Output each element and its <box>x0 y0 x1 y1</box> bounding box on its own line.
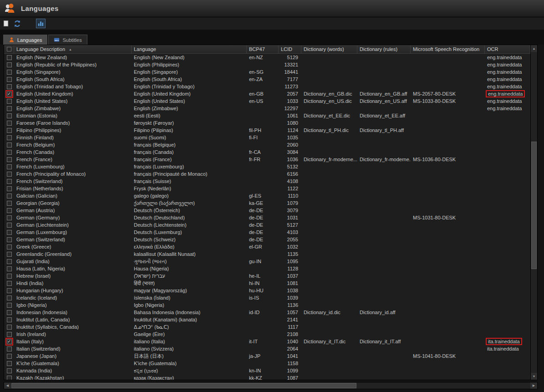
table-row[interactable]: French (Principality of Monaco)français … <box>4 170 530 178</box>
table-row[interactable]: Kannada (India)ಕನ್ನಡ (ಭಾರತ)kn-IN1099 <box>4 367 530 374</box>
row-checkbox[interactable] <box>7 274 12 279</box>
row-checkbox[interactable] <box>7 164 12 169</box>
new-button[interactable] <box>1 19 11 28</box>
table-row[interactable]: Georgian (Georgia)ქართული (საქართველო)ka… <box>4 199 530 207</box>
table-row[interactable]: English (New Zealand)English (New Zealan… <box>4 54 530 61</box>
table-row[interactable]: Finnish (Finland)suomi (Suomi)fi-FI1035 <box>4 134 530 141</box>
table-row[interactable]: French (France)français (France)fr-FR103… <box>4 156 530 163</box>
row-checkbox[interactable] <box>7 150 12 155</box>
table-row[interactable]: English (Singapore)English (Singapore)en… <box>4 68 530 76</box>
table-row[interactable]: Hungarian (Hungary)magyar (Magyarország)… <box>4 287 530 294</box>
tab-subtitles[interactable]: Subtitles <box>48 35 87 45</box>
table-row[interactable]: Hebrew (Israel)עברית (ישראל)he-IL1037 <box>4 272 530 280</box>
row-checkbox[interactable] <box>7 157 12 162</box>
row-checkbox[interactable] <box>7 215 12 220</box>
scroll-down-button[interactable]: ▼ <box>531 373 537 380</box>
column-header-language-description[interactable]: Language Description ▲ <box>14 45 132 53</box>
table-row[interactable]: German (Switzerland)Deutsch (Schweiz)de-… <box>4 236 530 243</box>
row-checkbox[interactable] <box>7 332 12 337</box>
row-checkbox[interactable] <box>7 55 12 60</box>
refresh-button[interactable] <box>12 19 22 28</box>
row-checkbox[interactable] <box>7 113 12 118</box>
table-row[interactable]: German (Germany)Deutsch (Deutschland)de-… <box>4 214 530 221</box>
vertical-scroll-thumb[interactable] <box>531 142 537 269</box>
table-row[interactable]: English (Trinidad and Tobago)English (Tr… <box>4 83 530 90</box>
column-header-lcid[interactable]: LCID <box>279 45 301 53</box>
column-header-language[interactable]: Language <box>132 45 247 53</box>
row-checkbox[interactable] <box>7 208 12 213</box>
row-checkbox-checked[interactable]: ✓ <box>7 339 12 344</box>
table-row[interactable]: Estonian (Estonia)eesti (Eesti)1061Dicti… <box>4 112 530 119</box>
table-row[interactable]: Greenlandic (Greenland)kalaallisut (Kala… <box>4 250 530 258</box>
row-checkbox[interactable] <box>7 259 12 264</box>
row-checkbox[interactable] <box>7 193 12 199</box>
table-row[interactable]: Inuktitut (Latin, Canada)Inuktitut (Kana… <box>4 316 530 323</box>
table-row[interactable]: K'iche (Guatemala)K'iche (Guatemala)1158 <box>4 360 530 367</box>
table-row[interactable]: Gujarati (India)ગુજરાતી (ભારત)gu-IN1095 <box>4 258 530 265</box>
tab-languages[interactable]: Languages <box>3 35 47 45</box>
chart-button[interactable] <box>36 19 46 28</box>
table-row[interactable]: Filipino (Philippines)Filipino (Pilipina… <box>4 127 530 134</box>
row-checkbox[interactable] <box>7 186 12 191</box>
row-checkbox[interactable] <box>7 223 12 228</box>
row-checkbox[interactable] <box>7 84 12 89</box>
scroll-left-button[interactable]: ◀ <box>4 382 11 389</box>
table-row[interactable]: Hindi (India)हिंदी (भारत)hi-IN1081 <box>4 280 530 287</box>
row-checkbox[interactable] <box>7 106 12 111</box>
row-checkbox[interactable] <box>7 201 12 206</box>
row-checkbox[interactable] <box>7 376 12 380</box>
row-checkbox[interactable] <box>7 317 12 322</box>
row-checkbox[interactable] <box>7 354 12 359</box>
table-row[interactable]: Inuktitut (Syllabics, Canada)ᐃᓄᒃᑎᑐᑦ (ᑲᓇᑕ… <box>4 323 530 331</box>
table-row[interactable]: ✓Italian (Italy)italiano (Italia)it-IT10… <box>4 338 530 345</box>
table-row[interactable]: French (Canada)français (Canada)fr-CA308… <box>4 148 530 156</box>
row-checkbox[interactable] <box>7 237 12 242</box>
table-row[interactable]: French (Switzerland)français (Suisse)410… <box>4 178 530 185</box>
row-checkbox[interactable] <box>7 77 12 82</box>
table-row[interactable]: Galician (Galician)galego (galego)gl-ES1… <box>4 192 530 199</box>
column-header-dictionary-words[interactable]: Dictionary (words) <box>301 45 357 53</box>
row-checkbox[interactable] <box>7 244 12 249</box>
column-header-ocr[interactable]: OCR <box>485 45 530 53</box>
vertical-scrollbar[interactable]: ▲ ▼ <box>530 45 537 380</box>
row-checkbox-checked[interactable]: ✓ <box>7 92 12 97</box>
row-checkbox[interactable] <box>7 135 12 140</box>
column-header-ms-speech[interactable]: Microsoft Speech Recognition <box>411 45 485 53</box>
column-header-bcp47[interactable]: BCP47 <box>247 45 279 53</box>
row-checkbox[interactable] <box>7 361 12 366</box>
row-checkbox[interactable] <box>7 121 12 126</box>
row-checkbox[interactable] <box>7 172 12 177</box>
table-row[interactable]: English (Zimbabwe)English (Zimbabwe)1229… <box>4 105 530 112</box>
table-row[interactable]: English (South Africa)English (South Afr… <box>4 76 530 83</box>
table-row[interactable]: English (United States)English (United S… <box>4 97 530 105</box>
row-checkbox[interactable] <box>7 252 12 257</box>
table-row[interactable]: Frisian (Netherlands)Frysk (Nederlân)112… <box>4 185 530 192</box>
scroll-right-button[interactable]: ▶ <box>530 382 537 389</box>
row-checkbox[interactable] <box>7 281 12 286</box>
horizontal-scroll-thumb[interactable] <box>11 383 356 388</box>
row-checkbox[interactable] <box>7 70 12 75</box>
row-checkbox[interactable] <box>7 179 12 184</box>
row-checkbox[interactable] <box>7 295 12 300</box>
row-checkbox[interactable] <box>7 368 12 373</box>
table-row[interactable]: French (Belgium)français (Belgique)2060 <box>4 141 530 148</box>
scroll-up-button[interactable]: ▲ <box>531 45 537 52</box>
header-checkbox-cell[interactable] <box>4 45 14 53</box>
table-row[interactable]: Japanese (Japan)日本語 (日本)ja-JP1041MS-1041… <box>4 352 530 360</box>
table-row[interactable]: French (Luxembourg)français (Luxembourg)… <box>4 163 530 170</box>
row-checkbox[interactable] <box>7 128 12 133</box>
row-checkbox[interactable] <box>7 99 12 104</box>
table-row[interactable]: ✓English (United Kingdom)English (United… <box>4 90 530 97</box>
row-checkbox[interactable] <box>7 325 12 330</box>
table-row[interactable]: German (Liechtenstein)Deutsch (Liechtens… <box>4 221 530 229</box>
row-checkbox[interactable] <box>7 303 12 308</box>
table-row[interactable]: Italian (Switzerland)italiano (Svizzera)… <box>4 345 530 352</box>
row-checkbox[interactable] <box>7 230 12 235</box>
horizontal-scrollbar[interactable]: ◀ ▶ <box>4 382 538 389</box>
table-row[interactable]: English (Republic of the Philippines)Eng… <box>4 61 530 68</box>
row-checkbox[interactable] <box>7 266 12 271</box>
row-checkbox[interactable] <box>7 143 12 148</box>
table-row[interactable]: Icelandic (Iceland)íslenska (Ísland)is-I… <box>4 294 530 301</box>
table-row[interactable]: Irish (Ireland)Gaeilge (Éire)2108 <box>4 331 530 338</box>
row-checkbox[interactable] <box>7 310 12 315</box>
